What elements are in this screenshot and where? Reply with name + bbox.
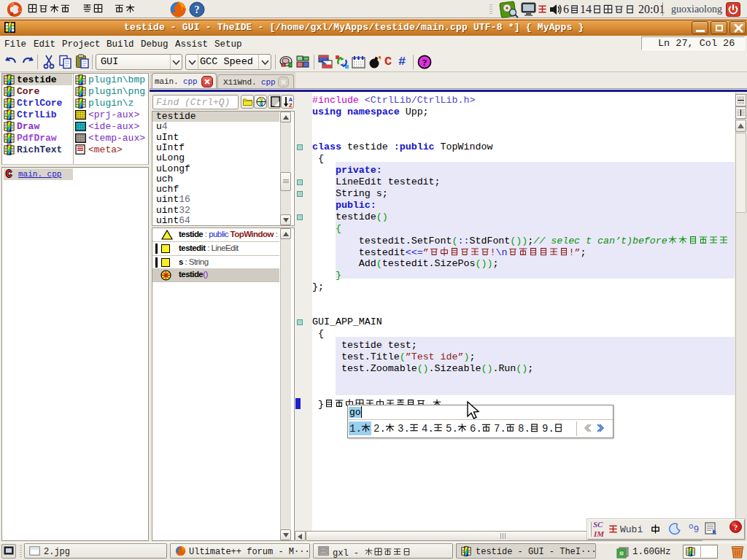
svg-text:Z: Z [289, 102, 293, 108]
svg-text:?: ? [734, 523, 738, 532]
svg-text:?: ? [422, 57, 427, 68]
svg-text:?: ? [195, 4, 200, 15]
